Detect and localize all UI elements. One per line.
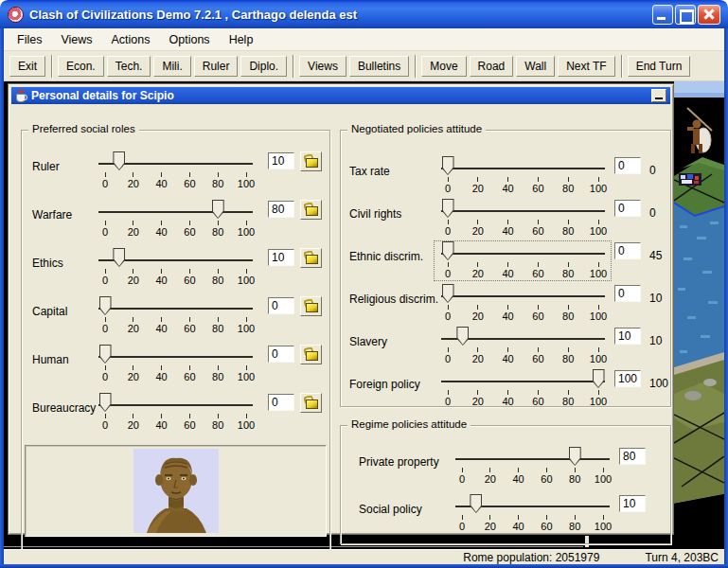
slider-thumb[interactable] [442, 284, 454, 303]
religious-discrim-slider[interactable]: 020406080100 [441, 283, 605, 325]
window-title: Clash of Civilizations Demo 7.2.1 , Cart… [29, 8, 652, 22]
tick-label: 0 [459, 473, 465, 485]
policy-label: Tax rate [349, 165, 390, 178]
slider-thumb[interactable] [593, 369, 605, 388]
tax-rate-extra-value: 0 [649, 164, 656, 177]
social-policy-slider[interactable]: 020406080100 [455, 493, 610, 535]
negotiated-group-title: Negotiated policies attitude [347, 123, 486, 134]
private-property-row: Private property 020406080100 [11, 446, 678, 488]
private-property-slider[interactable]: 020406080100 [455, 446, 610, 488]
tick-label: 100 [590, 225, 607, 237]
tick-mark [477, 177, 478, 182]
civil-rights-value-field[interactable] [614, 200, 641, 217]
tick-label: 100 [238, 419, 255, 431]
tick-mark [448, 177, 449, 182]
tick-label: 40 [502, 396, 513, 407]
civil-rights-row: Civil rights 020406080100 0 [11, 198, 678, 240]
slider-thumb[interactable] [442, 241, 454, 260]
private-property-value-field[interactable] [619, 448, 646, 465]
tick-label: 60 [532, 353, 543, 364]
close-button[interactable] [698, 5, 720, 25]
tick-mark [538, 305, 539, 310]
toolbar-exit-button[interactable]: Exit [9, 56, 45, 77]
tick-mark [477, 390, 478, 395]
social-policy-value-field[interactable] [619, 495, 646, 512]
tick-label: 40 [502, 268, 513, 279]
toolbar-road-button[interactable]: Road [470, 56, 514, 77]
tick-mark [518, 468, 519, 472]
policy-label: Civil rights [349, 207, 401, 221]
tick-mark [462, 515, 463, 520]
slavery-value-field[interactable] [614, 328, 641, 345]
slider-thumb[interactable] [456, 327, 469, 346]
toolbar-separator [51, 55, 53, 78]
minimize-button[interactable] [652, 5, 673, 25]
window-titlebar[interactable]: Clash of Civilizations Demo 7.2.1 , Cart… [0, 0, 728, 28]
foreign-policy-value-field[interactable] [614, 370, 641, 387]
tick-mark [161, 414, 162, 418]
slavery-slider[interactable]: 020406080100 [441, 326, 605, 367]
toolbar-separator [621, 55, 623, 78]
tick-label: 40 [502, 225, 513, 237]
toolbar-move-button[interactable]: Move [421, 56, 466, 77]
toolbar-views-button[interactable]: Views [299, 56, 346, 77]
tick-mark [538, 220, 539, 224]
policy-label: Private property [359, 455, 439, 469]
window-border-left [0, 28, 4, 568]
toolbar-tech-button[interactable]: Tech. [107, 56, 151, 77]
tax-rate-row: Tax rate 020406080100 0 [11, 155, 678, 197]
dialog-titlebar[interactable]: Personal details for Scipio [11, 87, 670, 104]
slider-thumb[interactable] [569, 447, 581, 466]
ethnic-discrim-value-field[interactable] [614, 242, 641, 259]
tick-mark [546, 468, 547, 472]
toolbar-econ-button[interactable]: Econ. [58, 56, 104, 77]
toolbar-diplo-button[interactable]: Diplo. [240, 56, 287, 77]
toolbar-wall-button[interactable]: Wall [516, 56, 555, 77]
slider-thumb[interactable] [442, 199, 454, 218]
maximize-button[interactable] [675, 5, 696, 25]
tick-mark [507, 220, 508, 224]
tick-label: 80 [562, 353, 574, 364]
tick-mark [477, 347, 478, 352]
foreign-policy-slider[interactable]: 020406080100 [441, 368, 605, 410]
tick-mark [538, 262, 539, 267]
dialog-minimize-button[interactable] [651, 89, 666, 102]
religious-discrim-value-field[interactable] [614, 285, 641, 302]
tick-label: 40 [512, 521, 524, 532]
toolbar-bulletins-button[interactable]: Bulletins [349, 56, 409, 77]
tick-mark [568, 262, 569, 267]
tick-label: 60 [532, 225, 543, 237]
menu-actions[interactable]: Actions [102, 30, 160, 49]
civil-rights-slider[interactable]: 020406080100 [441, 198, 605, 240]
tax-rate-slider[interactable]: 020406080100 [441, 155, 605, 197]
tax-rate-value-field[interactable] [614, 157, 641, 174]
toolbar-ruler-button[interactable]: Ruler [194, 56, 239, 77]
menu-options[interactable]: Options [160, 30, 220, 49]
population-status: Rome population: 2051979 [463, 551, 599, 564]
menu-help[interactable]: Help [220, 30, 263, 49]
slider-thumb[interactable] [470, 494, 482, 513]
menu-views[interactable]: Views [51, 30, 101, 49]
foreign-policy-extra-value: 100 [649, 377, 668, 390]
toolbar-separator [415, 55, 417, 78]
tick-mark [105, 414, 106, 418]
toolbar-next-tf-button[interactable]: Next TF [558, 56, 614, 77]
tick-mark [507, 262, 508, 267]
tick-mark [507, 390, 508, 395]
toolbar-end-turn-button[interactable]: End Turn [628, 56, 691, 77]
slider-thumb[interactable] [442, 156, 454, 175]
toolbar: Exit Econ. Tech. Mili. Ruler Diplo. View… [4, 51, 724, 81]
tick-mark [133, 414, 133, 418]
tick-mark [598, 220, 599, 224]
toolbar-mili-button[interactable]: Mili. [153, 56, 190, 77]
tick-mark [462, 468, 463, 472]
tick-label: 100 [590, 311, 607, 322]
game-map[interactable] [674, 81, 724, 549]
tick-label: 20 [472, 311, 484, 322]
policy-label: Social policy [359, 503, 422, 516]
menu-files[interactable]: Files [8, 30, 51, 49]
tick-mark [568, 390, 569, 395]
tick-mark [568, 347, 569, 352]
ethnic-discrim-slider[interactable]: 020406080100 [441, 240, 605, 282]
tick-mark [246, 414, 247, 418]
